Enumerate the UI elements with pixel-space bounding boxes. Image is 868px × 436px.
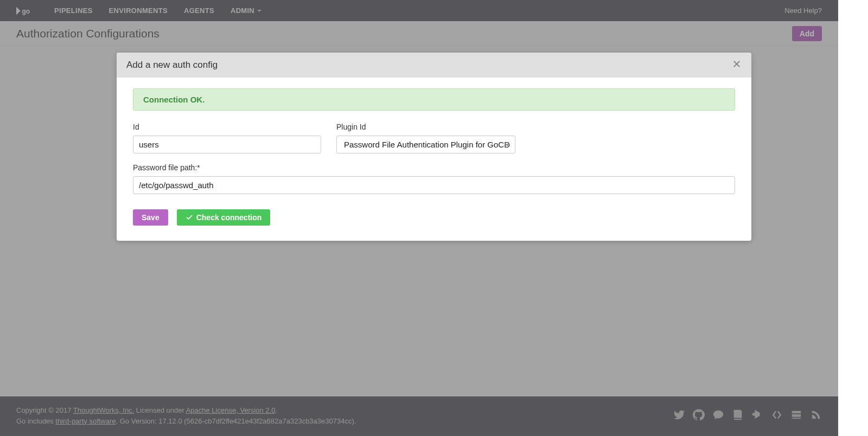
check-icon bbox=[186, 214, 193, 221]
plugin-id-selected: Password File Authentication Plugin for … bbox=[336, 136, 515, 153]
id-input[interactable] bbox=[133, 136, 321, 153]
id-label: Id bbox=[133, 123, 321, 131]
close-icon[interactable] bbox=[732, 59, 742, 71]
connection-status-alert: Connection OK. bbox=[133, 88, 735, 111]
check-connection-button[interactable]: Check connection bbox=[177, 209, 271, 226]
password-path-label: Password file path:* bbox=[133, 163, 735, 172]
check-connection-label: Check connection bbox=[196, 213, 262, 222]
plugin-id-label: Plugin Id bbox=[336, 123, 515, 131]
save-button[interactable]: Save bbox=[133, 209, 168, 226]
password-path-input[interactable] bbox=[133, 176, 735, 194]
plugin-id-select[interactable]: Password File Authentication Plugin for … bbox=[336, 136, 515, 153]
auth-config-modal: Add a new auth config Connection OK. Id … bbox=[117, 53, 751, 241]
modal-title: Add a new auth config bbox=[126, 60, 218, 70]
chevron-down-icon bbox=[505, 144, 510, 146]
modal-header: Add a new auth config bbox=[117, 53, 751, 78]
